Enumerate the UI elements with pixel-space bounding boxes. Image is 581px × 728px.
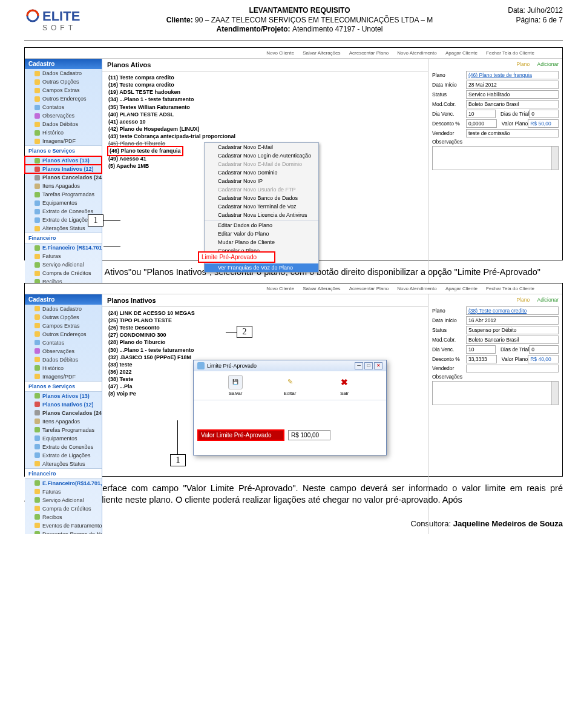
sidebar-item[interactable]: Faturas [25,252,102,260]
context-menu-item[interactable]: Cadastrar Nova Licencia de Antivirus [205,211,318,219]
sidebar-item[interactable]: Histórico [25,364,102,372]
desconto-value[interactable]: 33,3333 [466,355,497,363]
minimize-button[interactable]: ─ [355,362,363,369]
plan-row[interactable]: (27) CONDOMINIO 300 [108,331,422,339]
sidebar-item[interactable]: Contatos [25,103,102,111]
adicionar-button[interactable]: Adicionar [537,297,559,303]
plan-row[interactable]: (26) Teste Desconto [108,324,422,331]
sidebar-item[interactable]: Extrato de Conexões [25,443,102,451]
plano-icon-label[interactable]: Plano [516,61,530,67]
modcobr-value[interactable]: Boleto Bancario Brasil [466,100,559,108]
sidebar-item[interactable]: Campos Extras [25,322,102,330]
close-button[interactable]: ✕ [374,362,382,369]
sidebar-item-planos-inativos[interactable]: Planos Inativos (12) [25,165,102,173]
sidebar-item[interactable]: Compra de Créditos [25,269,102,277]
trial-value[interactable]: 0 [529,345,559,354]
sidebar-item[interactable]: Eventos de Faturamento [25,521,102,530]
editar-button[interactable]: ✎ Editar [275,375,305,396]
sidebar-item[interactable]: Planos Ativos (13) [25,392,102,400]
context-menu-item[interactable]: Cadastrar Novo Banco de Dados [205,194,318,202]
context-menu-item[interactable]: Cadastrar Novo IP [205,177,318,185]
sidebar-item[interactable]: Planos Cancelados (24) [25,409,102,417]
sidebar-item[interactable]: Observações [25,111,102,120]
sidebar-item[interactable]: Outros Endereços [25,330,102,339]
sidebar-item[interactable]: Descontos-Regras de Negocio [25,530,102,534]
toolbar-item[interactable]: Apagar Cliente [445,286,478,291]
context-menu-item[interactable]: Editar Valor do Plano [205,230,318,238]
desconto-value[interactable]: 0,0000 [466,119,497,128]
data-inicio-value[interactable]: 16 Abr 2012 [466,316,559,325]
plan-row[interactable]: (11) Teste compra credito [108,74,422,81]
valor-plano-value[interactable]: R$ 50,00 [528,119,559,128]
context-menu-item-selected[interactable]: Ver Franquias de Voz do Plano [205,263,318,272]
observacoes-textarea[interactable] [432,381,559,405]
sidebar-item[interactable]: E.Financeiro (R$14.701,11) [25,243,102,252]
sidebar-item[interactable]: Dados Débitos [25,120,102,128]
toolbar-item[interactable]: Acrescentar Plano [349,286,389,291]
plan-row[interactable]: (25) TIPO PLANO TESTE [108,317,422,324]
context-menu-item[interactable]: Cadastrar Novo Dominio [205,168,318,177]
sidebar-item[interactable]: Campos Extras [25,86,102,94]
sidebar-item[interactable]: Contatos [25,339,102,347]
plan-row[interactable]: (19) ADSL TESTE hadouken [108,88,422,96]
sidebar-item[interactable]: Equipamentos [25,434,102,443]
context-menu-item[interactable]: Editar Dados do Plano [205,221,318,230]
toolbar-item[interactable]: Fechar Tela do Cliente [486,50,534,56]
toolbar-item[interactable]: Novo Atendimento [397,50,436,56]
toolbar-item[interactable]: Novo Cliente [266,286,294,291]
context-menu-item[interactable]: Mudar Plano de Cliente [205,238,318,247]
salvar-button[interactable]: 💾 Salvar [220,375,251,396]
sidebar-item[interactable]: Serviço Adicional [25,496,102,505]
status-value[interactable]: Suspenso por Débito [466,326,559,334]
plan-row[interactable]: (24) LINK DE ACESSO 10 MEGAS [108,309,422,317]
sidebar-item[interactable]: Itens Apagados [25,182,102,190]
sidebar-item[interactable]: Imagens/PDF [25,372,102,381]
observacoes-textarea[interactable] [432,146,559,170]
plano-icon-label[interactable]: Plano [516,297,530,303]
trial-value[interactable]: 0 [529,110,559,118]
valor-limite-input[interactable]: R$ 100,00 [288,430,330,440]
sidebar-item[interactable]: Alterações Status [25,460,102,468]
plan-row[interactable]: (34) ...Plano 1 - teste faturamento [108,96,422,103]
plano-value[interactable]: (38) Teste comora credito [466,306,559,315]
sidebar-item[interactable]: Outras Opções [25,78,102,86]
sidebar-item[interactable]: Planos Cancelados (24) [25,173,102,182]
sidebar-item[interactable]: Histórico [25,128,102,137]
sidebar-item[interactable]: Observações [25,347,102,356]
modcobr-value[interactable]: Boleto Bancario Brasil [466,336,559,344]
toolbar-item[interactable]: Fechar Tela do Cliente [486,286,534,291]
plan-row-highlight[interactable]: (46) Plano teste de franquia [108,147,182,154]
plano-value[interactable]: (46) Plano teste de franquia [466,71,559,79]
venc-value[interactable]: 10 [466,110,496,118]
plan-row[interactable]: (41) acesso 10 [108,118,422,125]
adicionar-button[interactable]: Adicionar [537,61,559,67]
sidebar-item[interactable]: Dados Débitos [25,356,102,364]
plan-row[interactable]: (30) ...Plano 1 - teste faturamento [108,346,422,354]
toolbar-item[interactable]: Novo Cliente [266,50,294,56]
maximize-button[interactable]: □ [364,362,373,369]
sair-button[interactable]: ✖ Sair [329,375,359,396]
status-value[interactable]: Servico Habilitado [466,90,559,99]
sidebar-item[interactable]: Extrato de Ligações [25,451,102,460]
data-inicio-value[interactable]: 28 Mai 2012 [466,81,559,89]
context-menu-item[interactable]: Cadastrar Novo E-Mail de Dominio [205,160,318,168]
toolbar-item[interactable]: Novo Atendimento [397,286,436,291]
sidebar-item-planos-ativos[interactable]: Planos Ativos (13) [25,156,102,165]
plan-row[interactable]: (28) Plano do Tiburcio [108,339,422,346]
toolbar-item[interactable]: Apagar Cliente [445,50,478,56]
sidebar-item[interactable]: Tarefas Programadas [25,426,102,434]
sidebar-item[interactable]: Dados Cadastro [25,69,102,78]
toolbar-item[interactable]: Acrescentar Plano [349,50,389,56]
sidebar-item[interactable]: Dados Cadastro [25,305,102,313]
sidebar-item[interactable]: Recibos [25,513,102,521]
context-menu-item[interactable]: Cadastrar Novo Login de Autenticação [205,151,318,160]
toolbar-item[interactable]: Salvar Alterações [303,50,340,56]
sidebar-item[interactable]: Tarefas Programadas [25,190,102,199]
toolbar-item[interactable]: Salvar Alterações [303,286,340,291]
vendedor-value[interactable] [466,365,559,372]
sidebar-item[interactable]: Serviço Adicional [25,260,102,269]
sidebar-item[interactable]: Imagens/PDF [25,137,102,145]
context-menu-item[interactable]: Cadastrar Novo Usuario de FTP [205,185,318,194]
sidebar-item[interactable]: Planos Inativos (12) [25,400,102,409]
context-menu-item[interactable]: Cadastrar Novo Terminal de Voz [205,202,318,211]
